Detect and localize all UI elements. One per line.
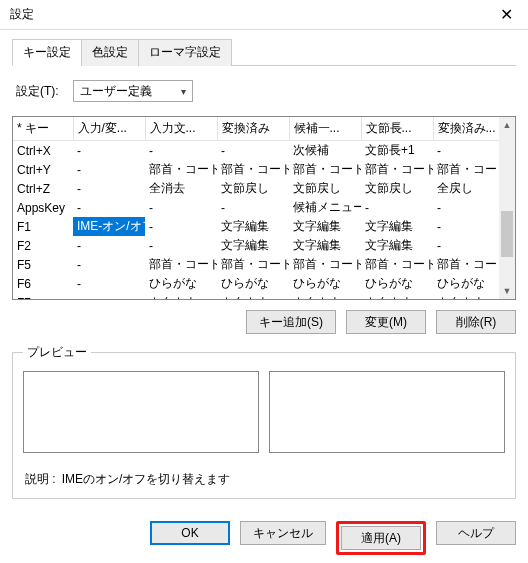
table-row[interactable]: F2--文字編集文字編集文字編集-	[13, 236, 499, 255]
table-cell[interactable]: 部首・コード変	[217, 160, 289, 179]
delete-button[interactable]: 削除(R)	[436, 310, 516, 334]
table-cell[interactable]: 部首・コード変	[217, 255, 289, 274]
table-cell[interactable]: ひらがな	[289, 274, 361, 293]
table-cell[interactable]: AppsKey	[13, 198, 73, 217]
col-input-conv[interactable]: 入力/変...	[73, 117, 145, 141]
table-cell[interactable]: 文字編集	[289, 217, 361, 236]
table-cell[interactable]: 部首・コード変	[433, 160, 499, 179]
table-cell[interactable]: F7	[13, 293, 73, 299]
table-cell[interactable]: ひらがな	[217, 274, 289, 293]
preview-panes	[23, 371, 505, 453]
close-button[interactable]: ✕	[484, 0, 528, 30]
table-cell[interactable]: 次候補	[289, 141, 361, 161]
table-cell[interactable]: 文節戻し	[289, 179, 361, 198]
table-cell[interactable]: -	[73, 198, 145, 217]
tab-key-settings[interactable]: キー設定	[12, 39, 82, 66]
table-cell[interactable]: -	[73, 141, 145, 161]
table-cell[interactable]: -	[73, 255, 145, 274]
table-cell[interactable]: カタカナ	[217, 293, 289, 299]
table-row[interactable]: Ctrl+X---次候補文節長+1-	[13, 141, 499, 161]
table-cell[interactable]: 文字編集	[361, 217, 433, 236]
table-cell[interactable]: 全消去	[145, 179, 217, 198]
col-segment-len[interactable]: 文節長...	[361, 117, 433, 141]
table-cell[interactable]: -	[73, 236, 145, 255]
table-cell[interactable]: 部首・コード変	[145, 160, 217, 179]
add-key-button[interactable]: キー追加(S)	[246, 310, 336, 334]
table-cell[interactable]: 部首・コード変	[361, 255, 433, 274]
scroll-track[interactable]	[499, 133, 515, 283]
button-label: 削除(R)	[456, 314, 497, 331]
table-cell[interactable]: -	[73, 160, 145, 179]
table-row[interactable]: F1IME-オン/オフ-文字編集文字編集文字編集-	[13, 217, 499, 236]
table-cell[interactable]: Ctrl+Z	[13, 179, 73, 198]
table-cell[interactable]: 部首・コード変	[289, 160, 361, 179]
table-cell[interactable]: -	[73, 293, 145, 299]
table-cell[interactable]: 文字編集	[217, 217, 289, 236]
table-cell[interactable]: F2	[13, 236, 73, 255]
table-cell[interactable]: -	[73, 179, 145, 198]
table-cell[interactable]: -	[73, 274, 145, 293]
help-button[interactable]: ヘルプ	[436, 521, 516, 545]
table-cell[interactable]: -	[433, 236, 499, 255]
table-cell[interactable]: 全戻し	[433, 179, 499, 198]
table-cell[interactable]: -	[217, 141, 289, 161]
table-row[interactable]: AppsKey---候補メニュー--	[13, 198, 499, 217]
table-row[interactable]: F5-部首・コード変部首・コード変部首・コード変部首・コード変部首・コード変	[13, 255, 499, 274]
table-cell[interactable]: F1	[13, 217, 73, 236]
setting-dropdown[interactable]: ユーザー定義 ▾	[73, 80, 193, 102]
table-row[interactable]: F6-ひらがなひらがなひらがなひらがなひらがな	[13, 274, 499, 293]
change-button[interactable]: 変更(M)	[346, 310, 426, 334]
tab-romaji-settings[interactable]: ローマ字設定	[138, 39, 232, 66]
table-row[interactable]: Ctrl+Y-部首・コード変部首・コード変部首・コード変部首・コード変部首・コー…	[13, 160, 499, 179]
table-cell[interactable]: 部首・コード変	[289, 255, 361, 274]
table-cell[interactable]: -	[145, 141, 217, 161]
table-cell[interactable]: カタカナ	[361, 293, 433, 299]
table-cell[interactable]: ひらがな	[145, 274, 217, 293]
scroll-up-icon[interactable]: ▲	[499, 117, 515, 133]
col-input-char[interactable]: 入力文...	[145, 117, 217, 141]
table-cell[interactable]: F5	[13, 255, 73, 274]
table-cell[interactable]: カタカナ	[145, 293, 217, 299]
table-cell[interactable]: -	[361, 198, 433, 217]
table-row[interactable]: Ctrl+Z-全消去文節戻し文節戻し文節戻し全戻し	[13, 179, 499, 198]
table-cell[interactable]: ひらがな	[433, 274, 499, 293]
table-cell[interactable]: 文字編集	[289, 236, 361, 255]
table-cell[interactable]: 部首・コード変	[361, 160, 433, 179]
table-cell[interactable]: 部首・コード変	[145, 255, 217, 274]
scroll-thumb[interactable]	[501, 211, 513, 257]
table-cell[interactable]: 候補メニュー	[289, 198, 361, 217]
button-label: OK	[181, 526, 198, 540]
table-cell[interactable]: 文字編集	[217, 236, 289, 255]
table-cell[interactable]: カタカナ	[433, 293, 499, 299]
table-cell[interactable]: Ctrl+Y	[13, 160, 73, 179]
table-cell[interactable]: 文節戻し	[361, 179, 433, 198]
table-cell[interactable]: -	[433, 141, 499, 161]
table-cell[interactable]: -	[145, 217, 217, 236]
apply-button[interactable]: 適用(A)	[341, 526, 421, 550]
table-cell[interactable]: 文字編集	[361, 236, 433, 255]
table-header-row: * キー 入力/変... 入力文... 変換済み 候補一... 文節長... 変…	[13, 117, 499, 141]
col-candidates[interactable]: 候補一...	[289, 117, 361, 141]
table-cell[interactable]: -	[433, 217, 499, 236]
col-converted2[interactable]: 変換済み...	[433, 117, 499, 141]
vertical-scrollbar[interactable]: ▲ ▼	[499, 117, 515, 299]
table-cell[interactable]: 文節戻し	[217, 179, 289, 198]
cancel-button[interactable]: キャンセル	[240, 521, 326, 545]
table-cell[interactable]: -	[433, 198, 499, 217]
table-cell[interactable]: ひらがな	[361, 274, 433, 293]
table-cell[interactable]: -	[145, 236, 217, 255]
table-cell[interactable]: F6	[13, 274, 73, 293]
ok-button[interactable]: OK	[150, 521, 230, 545]
table-cell[interactable]: Ctrl+X	[13, 141, 73, 161]
table-cell[interactable]: -	[145, 198, 217, 217]
col-converted[interactable]: 変換済み	[217, 117, 289, 141]
table-cell[interactable]: 文節長+1	[361, 141, 433, 161]
table-cell[interactable]: 部首・コード変	[433, 255, 499, 274]
col-key[interactable]: * キー	[13, 117, 73, 141]
tab-color-settings[interactable]: 色設定	[81, 39, 139, 66]
table-cell[interactable]: IME-オン/オフ	[73, 217, 145, 236]
table-cell[interactable]: カタカナ	[289, 293, 361, 299]
scroll-down-icon[interactable]: ▼	[499, 283, 515, 299]
table-cell[interactable]: -	[217, 198, 289, 217]
table-row[interactable]: F7-カタカナカタカナカタカナカタカナカタカナ	[13, 293, 499, 299]
